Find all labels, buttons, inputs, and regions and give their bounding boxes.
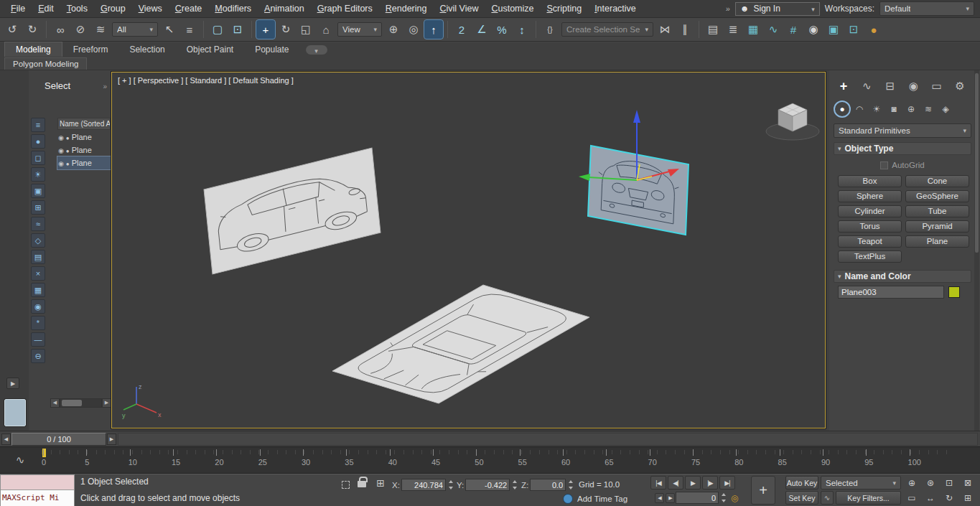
field-of-view-icon[interactable]: ▭ [903, 491, 920, 505]
scene-explorer-toggle-icon[interactable]: ▤ [704, 20, 722, 39]
object-color-swatch[interactable] [948, 286, 960, 298]
redo-icon[interactable]: ↻ [23, 20, 42, 39]
zoom-extents-icon[interactable]: ⊡ [941, 476, 958, 489]
object-name-field[interactable] [838, 286, 944, 299]
ribbon-tab[interactable]: Populate [244, 42, 299, 57]
display-hidden-icon[interactable]: — [31, 332, 45, 347]
spacewarps-category-icon[interactable]: ≋ [921, 102, 935, 116]
name-and-color-rollout[interactable]: Name and Color [834, 270, 971, 283]
bind-to-space-warp-icon[interactable]: ≋ [91, 20, 110, 39]
primitive-button[interactable]: Box [838, 175, 902, 187]
primitive-button[interactable]: TextPlus [838, 250, 902, 263]
display-frozen-icon[interactable]: * [31, 316, 45, 330]
primitive-button[interactable]: Plane [905, 235, 969, 248]
scroll-thumb[interactable] [62, 400, 82, 406]
visibility-eye-icon[interactable] [58, 159, 64, 167]
menu-item[interactable]: Civil View [433, 1, 485, 17]
time-slider-track[interactable] [118, 433, 978, 446]
orbit-icon[interactable]: ↻ [941, 491, 958, 505]
previous-frame-icon[interactable]: ◀| [668, 476, 683, 489]
percent-snap-icon[interactable]: % [493, 20, 511, 39]
menu-item[interactable]: File [4, 1, 32, 17]
select-and-scale-icon[interactable]: ◱ [297, 20, 315, 39]
y-spinner[interactable] [511, 479, 518, 491]
previous-key-icon[interactable]: ◀ [655, 493, 664, 503]
collapse-explorer-icon[interactable]: » [103, 83, 107, 90]
mini-curve-editor-icon[interactable]: ∿ [11, 451, 29, 469]
expand-panel-icon[interactable] [6, 378, 19, 389]
absolute-offset-mode-icon[interactable]: ⊞ [374, 477, 387, 489]
perspective-viewport[interactable]: [ + ] [ Perspective ] [ Standard ] [ Def… [111, 72, 826, 428]
z-input[interactable] [530, 479, 566, 491]
menu-item[interactable]: Graph Editors [311, 1, 379, 17]
primitive-button[interactable]: Sphere [838, 190, 902, 202]
edit-named-selection-sets-icon[interactable]: {} [541, 20, 559, 39]
menu-item[interactable]: Views [132, 1, 169, 17]
isolate-selection-icon[interactable] [339, 479, 352, 490]
zoom-region-icon[interactable]: ⊠ [959, 476, 976, 489]
selection-filter-dropdown[interactable]: All [112, 22, 158, 37]
go-to-start-icon[interactable]: |◀ [650, 476, 666, 489]
play-icon[interactable]: ▶ [685, 476, 701, 489]
utilities-tab-icon[interactable]: ⚙ [951, 78, 969, 95]
ribbon-tab[interactable]: Selection [118, 42, 175, 57]
sign-in-button[interactable]: ☻ Sign In [735, 2, 820, 16]
scroll-right-icon[interactable] [102, 398, 111, 408]
go-to-end-icon[interactable]: ▶| [719, 476, 735, 489]
display-helpers-icon[interactable]: ⊞ [31, 200, 45, 215]
display-tab-icon[interactable]: ▭ [928, 78, 946, 95]
command-panel-scrollbar[interactable] [974, 70, 979, 431]
align-icon[interactable]: ∥ [676, 20, 694, 39]
set-key-button[interactable]: Set Key [785, 491, 818, 505]
ribbon-tab[interactable]: Object Paint [176, 42, 244, 57]
viewport-shading-menu[interactable]: [ Default Shading ] [228, 76, 294, 85]
menu-item[interactable]: Animation [258, 1, 311, 17]
key-tangents-icon[interactable]: ∿ [821, 491, 834, 505]
cameras-category-icon[interactable]: ◙ [887, 102, 901, 116]
menu-item[interactable]: Interactive [588, 1, 643, 17]
curve-editor-icon[interactable]: ∿ [764, 20, 783, 39]
shapes-category-icon[interactable]: ◠ [852, 102, 867, 116]
display-groups-icon[interactable]: ◇ [31, 233, 45, 248]
systems-category-icon[interactable]: ◈ [938, 102, 953, 116]
menu-item[interactable]: Rendering [379, 1, 434, 17]
ribbon-minimize-icon[interactable] [306, 45, 327, 55]
named-selection-set-dropdown[interactable]: Create Selection Se [561, 22, 653, 37]
frame-input[interactable] [676, 492, 719, 504]
plane-top-view[interactable] [332, 285, 589, 403]
explorer-h-scrollbar[interactable] [50, 398, 111, 408]
display-bones-icon[interactable]: × [31, 266, 45, 281]
scroll-track[interactable] [60, 398, 102, 408]
select-object-icon[interactable]: ↖ [160, 20, 179, 39]
add-time-tag-label[interactable]: Add Time Tag [577, 495, 627, 503]
menu-item[interactable]: Tools [60, 1, 94, 17]
plane-side-view[interactable] [204, 148, 381, 274]
workspaces-dropdown[interactable]: Default [879, 1, 974, 16]
modify-tab-icon[interactable]: ∿ [858, 78, 875, 95]
viewport-plus-menu[interactable]: [ + ] [118, 76, 131, 85]
select-and-move-icon[interactable]: + [256, 20, 275, 39]
select-and-place-icon[interactable]: ⌂ [317, 20, 335, 39]
ribbon-tab[interactable]: Freeform [62, 42, 119, 57]
lights-category-icon[interactable]: ☀ [869, 102, 884, 116]
sort-icon[interactable]: ≡ [31, 118, 45, 132]
z-spinner[interactable] [567, 479, 574, 491]
primitive-button[interactable]: Pyramid [905, 220, 969, 233]
render-production-icon[interactable]: ● [864, 20, 883, 39]
polygon-modeling-panel-tab[interactable]: Polygon Modeling [4, 57, 87, 70]
display-containers-icon[interactable]: ▦ [31, 283, 45, 297]
select-by-name-icon[interactable]: ≡ [180, 20, 199, 39]
display-xrefs-icon[interactable]: ▤ [31, 250, 45, 264]
display-materials-icon[interactable]: ◉ [31, 299, 45, 314]
key-filters-button[interactable]: Key Filters... [836, 491, 901, 505]
pin-explorer-icon[interactable]: ⊖ [31, 349, 45, 363]
hierarchy-tab-icon[interactable]: ⊟ [882, 78, 899, 95]
selection-lock-icon[interactable] [358, 481, 366, 487]
create-tab-icon[interactable]: + [835, 78, 852, 95]
primitive-category-dropdown[interactable]: Standard Primitives [834, 123, 971, 138]
viewport-canvas[interactable]: z x y [112, 72, 825, 428]
spinner-snap-icon[interactable]: ↕ [513, 20, 531, 39]
display-shapes-icon[interactable]: ◻ [31, 151, 45, 165]
key-mode-toggle-icon[interactable]: ◎ [731, 493, 738, 503]
angle-snap-icon[interactable]: ∠ [472, 20, 491, 39]
